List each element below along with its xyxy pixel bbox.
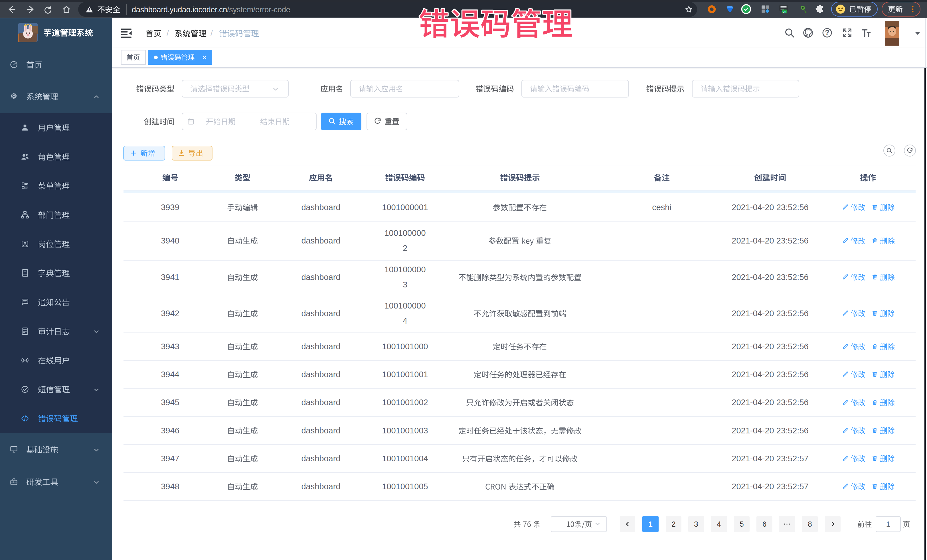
svg-text:on: on [783,10,786,13]
